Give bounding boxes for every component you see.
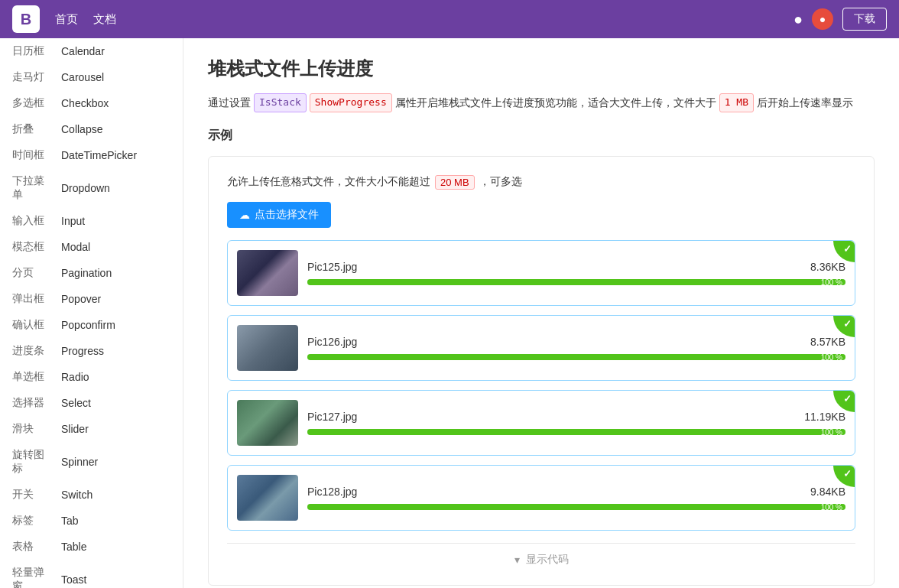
sidebar-item-checkbox[interactable]: 多选框 Checkbox [0, 90, 183, 116]
check-badge [833, 466, 855, 487]
nav-home[interactable]: 首页 [55, 12, 78, 27]
brand-logo[interactable]: B [12, 5, 40, 33]
file-name-row: Pic125.jpg 8.36KB [307, 261, 845, 273]
sidebar-item-progress[interactable]: 进度条 Progress [0, 338, 183, 364]
sidebar-cn-label: 旋转图标 [12, 448, 52, 476]
sidebar-cn-label: 确认框 [12, 318, 52, 332]
sidebar-cn-label: 日历框 [12, 44, 52, 58]
sidebar-cn-label: 选择器 [12, 396, 52, 410]
cloud-upload-icon: ☁ [239, 209, 250, 221]
desc-end: 后开始上传速率显示 [757, 94, 853, 111]
sidebar-en-label: Table [61, 541, 86, 553]
page-title: 堆栈式文件上传进度 [208, 57, 875, 81]
sidebar-en-label: Input [61, 215, 85, 227]
file-item: Pic126.jpg 8.57KB 100 % [227, 315, 855, 381]
progress-label: 100 % [821, 352, 842, 361]
sidebar-item-slider[interactable]: 滑块 Slider [0, 416, 183, 442]
sidebar-item-dropdown[interactable]: 下拉菜单 Dropdown [0, 168, 183, 208]
file-name-row: Pic128.jpg 9.84KB [307, 486, 845, 498]
sidebar-cn-label: 单选框 [12, 370, 52, 384]
size-threshold-tag: 1 MB [719, 93, 754, 112]
sidebar-item-popconfirm[interactable]: 确认框 Popconfirm [0, 312, 183, 338]
main-content: 堆栈式文件上传进度 通过设置 IsStack ShowProgress 属性开启… [183, 38, 899, 588]
sidebar-en-label: Collapse [61, 123, 102, 135]
sidebar-cn-label: 表格 [12, 540, 52, 554]
sidebar-en-label: Progress [61, 345, 104, 357]
progress-bar-fill: 100 % [307, 354, 845, 360]
sidebar-en-label: Calendar [61, 45, 105, 57]
upload-btn-label: 点击选择文件 [255, 208, 319, 222]
file-size: 11.19KB [804, 411, 845, 423]
sidebar-item-modal[interactable]: 模态框 Modal [0, 234, 183, 260]
sidebar-item-table[interactable]: 表格 Table [0, 534, 183, 560]
sidebar-cn-label: 输入框 [12, 214, 52, 228]
sidebar-cn-label: 弹出框 [12, 292, 52, 306]
sidebar-item-pagination[interactable]: 分页 Pagination [0, 260, 183, 286]
progress-label: 100 % [821, 502, 842, 511]
sidebar-item-spinner[interactable]: 旋转图标 Spinner [0, 442, 183, 482]
sidebar-en-label: Slider [61, 423, 89, 435]
sidebar: 日历框 Calendar 走马灯 Carousel 多选框 Checkbox 折… [0, 38, 183, 588]
show-code-label: 显示代码 [526, 553, 569, 567]
upload-button[interactable]: ☁ 点击选择文件 [227, 202, 331, 228]
sidebar-cn-label: 时间框 [12, 148, 52, 162]
sidebar-en-label: Select [61, 397, 91, 409]
sidebar-item-collapse[interactable]: 折叠 Collapse [0, 116, 183, 142]
record-icon[interactable]: ● [812, 8, 833, 30]
file-thumbnail [237, 250, 298, 296]
upload-hint-text: 允许上传任意格式文件，文件大小不能超过 [227, 175, 430, 189]
sidebar-item-switch[interactable]: 开关 Switch [0, 482, 183, 508]
sidebar-item-select[interactable]: 选择器 Select [0, 390, 183, 416]
sidebar-item-datetimepicker[interactable]: 时间框 DateTimePicker [0, 142, 183, 168]
sidebar-en-label: Pagination [61, 267, 112, 279]
sidebar-cn-label: 滑块 [12, 422, 52, 436]
file-name: Pic127.jpg [307, 411, 357, 423]
sidebar-item-popover[interactable]: 弹出框 Popover [0, 286, 183, 312]
show-code-bar[interactable]: ▾ 显示代码 [227, 543, 855, 567]
sidebar-cn-label: 折叠 [12, 122, 52, 136]
file-thumbnail [237, 475, 298, 521]
file-size: 8.36KB [810, 261, 845, 273]
sidebar-cn-label: 多选框 [12, 96, 52, 110]
sidebar-en-label: Checkbox [61, 97, 109, 109]
check-badge [833, 391, 855, 412]
progress-bar-fill: 100 % [307, 504, 845, 510]
upload-hint: 允许上传任意格式文件，文件大小不能超过 20 MB ，可多选 [227, 175, 855, 190]
sidebar-cn-label: 模态框 [12, 240, 52, 254]
sidebar-en-label: Radio [61, 371, 89, 383]
max-size-badge: 20 MB [435, 175, 475, 190]
nav-docs[interactable]: 文档 [93, 12, 116, 27]
sidebar-item-calendar[interactable]: 日历框 Calendar [0, 38, 183, 64]
sidebar-cn-label: 走马灯 [12, 70, 52, 84]
sidebar-item-toast[interactable]: 轻量弹窗 Toast [0, 560, 183, 588]
sidebar-en-label: Toast [61, 573, 86, 586]
check-badge [833, 316, 855, 337]
sidebar-en-label: Tab [61, 515, 79, 527]
navbar: B 首页 文档 ● ● 下载 [0, 0, 899, 38]
file-name: Pic128.jpg [307, 486, 357, 498]
sidebar-item-tab[interactable]: 标签 Tab [0, 508, 183, 534]
check-badge [833, 241, 855, 262]
sidebar-item-input[interactable]: 输入框 Input [0, 208, 183, 234]
github-icon[interactable]: ● [794, 11, 803, 28]
sidebar-cn-label: 轻量弹窗 [12, 566, 52, 588]
download-button[interactable]: 下载 [842, 8, 887, 31]
upload-hint-end: ，可多选 [479, 175, 522, 189]
desc-suffix: 属性开启堆栈式文件上传进度预览功能，适合大文件上传，文件大于 [395, 94, 716, 111]
desc-prefix: 通过设置 [208, 94, 251, 111]
sidebar-cn-label: 开关 [12, 488, 52, 502]
prop2-tag: ShowProgress [310, 93, 392, 112]
file-name: Pic125.jpg [307, 261, 357, 273]
file-list: Pic125.jpg 8.36KB 100 % Pic126.jpg 8.57K… [227, 240, 855, 531]
file-item: Pic125.jpg 8.36KB 100 % [227, 240, 855, 306]
sidebar-item-carousel[interactable]: 走马灯 Carousel [0, 64, 183, 90]
file-info: Pic127.jpg 11.19KB 100 % [307, 411, 845, 435]
section-label: 示例 [208, 128, 875, 144]
file-size: 8.57KB [810, 336, 845, 348]
file-item: Pic128.jpg 9.84KB 100 % [227, 465, 855, 531]
progress-bar-bg: 100 % [307, 279, 845, 285]
sidebar-cn-label: 分页 [12, 266, 52, 280]
sidebar-en-label: Popconfirm [61, 319, 115, 331]
file-size: 9.84KB [810, 486, 845, 498]
sidebar-item-radio[interactable]: 单选框 Radio [0, 364, 183, 390]
